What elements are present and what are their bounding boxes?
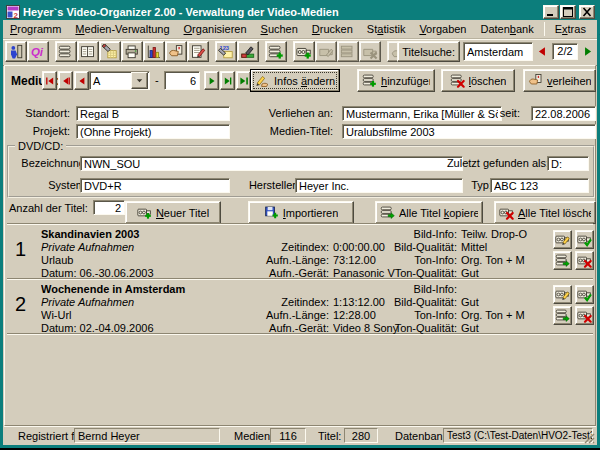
copy-title-button[interactable]	[553, 306, 572, 325]
quick-info-button[interactable]: Qi	[27, 41, 49, 62]
standort-input[interactable]	[76, 106, 230, 121]
delete-medium-label: löschen	[469, 75, 507, 87]
lend-button[interactable]	[165, 41, 187, 62]
media-list-button[interactable]	[55, 41, 77, 62]
highlight-button[interactable]	[237, 41, 259, 62]
client-area: Medium: A - Infos ändernhinzufügenlösche…	[4, 65, 596, 426]
entry-field-value: Teilw. Drop-O	[461, 228, 541, 241]
edit-info-button[interactable]: Infos ändern	[250, 69, 340, 92]
edit-defaults-icon	[190, 44, 206, 60]
copy-title-button[interactable]	[553, 251, 572, 270]
menu-medien-verwaltung[interactable]: Medien-Verwaltung	[68, 21, 176, 38]
zuletzt-gefunden-input[interactable]	[547, 156, 589, 171]
delete-title-disabled-icon	[362, 44, 378, 60]
entry-field-value: Gut	[461, 267, 541, 280]
copy-all-titles-button[interactable]: Alle Titel kopieren	[375, 201, 483, 224]
menu-vorgaben[interactable]: Vorgaben	[412, 21, 473, 38]
entry-field-label: Ton-Qualität:	[379, 322, 457, 335]
add-medium-button[interactable]	[265, 41, 287, 62]
resize-grip[interactable]	[582, 431, 595, 444]
maximize-button[interactable]	[560, 5, 576, 19]
system-input[interactable]	[80, 178, 230, 193]
entry-field-label: Aufn.-Gerät:	[187, 322, 329, 335]
prev-result-button[interactable]	[536, 43, 549, 60]
standort-label: Standort:	[25, 106, 70, 121]
entry-index: 2	[15, 294, 26, 314]
title-search-input[interactable]	[463, 42, 533, 61]
approve-title-icon	[577, 287, 592, 302]
entry-field-value: Org. Ton + M	[461, 254, 541, 267]
medium-letter-value: A	[90, 75, 131, 87]
prev-block-button[interactable]	[58, 71, 73, 90]
exit-program-button[interactable]	[5, 41, 27, 62]
menu-suchen[interactable]: Suchen	[254, 21, 305, 38]
highlighter-icon	[240, 44, 256, 60]
medium-letter-select[interactable]: A	[89, 71, 150, 90]
menu-extras[interactable]: Extras	[548, 21, 593, 38]
next-result-icon	[581, 45, 594, 58]
nav-prev-icon	[76, 75, 88, 87]
next-result-button[interactable]	[581, 43, 594, 60]
new-title-button[interactable]: Neuer Titel	[125, 201, 221, 224]
lend-medium-button[interactable]: verleihen	[523, 69, 596, 92]
edit-title-button[interactable]	[553, 285, 572, 304]
menu-datenbank[interactable]: Datenbank	[473, 21, 540, 38]
projekt-input[interactable]	[76, 124, 230, 139]
next-medium-button[interactable]	[204, 71, 219, 90]
print-button[interactable]	[121, 41, 143, 62]
menu-divider	[544, 22, 545, 36]
edit-title-button[interactable]	[553, 230, 572, 249]
medium-number-input[interactable]	[164, 71, 200, 90]
first-medium-button[interactable]	[42, 71, 57, 90]
dropdown-arrow-icon[interactable]	[131, 72, 148, 89]
anzahl-titel-input[interactable]	[93, 200, 125, 215]
bezeichnung-input[interactable]	[80, 156, 463, 171]
svg-text:2: 2	[14, 10, 19, 19]
delete-title-button[interactable]	[575, 306, 594, 325]
edit-defaults-button[interactable]	[187, 41, 209, 62]
prev-medium-button[interactable]	[74, 71, 89, 90]
import-button[interactable]: Importieren	[248, 201, 354, 224]
menu-statistik[interactable]: Statistik	[360, 21, 413, 38]
next-block-button[interactable]	[220, 71, 235, 90]
approve-title-button[interactable]	[575, 230, 594, 249]
title-entry-1: 1 Skandinavien 2003 Private Aufnahmen Ur…	[7, 225, 593, 278]
entry-field-label: Bild-Qualität:	[379, 296, 457, 309]
search-number-button[interactable]: 123	[215, 41, 237, 62]
delete-all-titles-button[interactable]: Alle Titel löschen	[494, 201, 596, 224]
hersteller-input[interactable]	[295, 178, 463, 193]
statusbar: Registriert für Bernd Heyer Medien: 116 …	[4, 426, 596, 445]
menu-programm[interactable]: Programm	[3, 21, 68, 38]
card-index-button[interactable]	[77, 41, 99, 62]
edit-title-icon	[555, 287, 570, 302]
titelsuche-label: Titelsuche:	[402, 46, 455, 58]
add-medium-button[interactable]: hinzufügen	[357, 69, 435, 92]
add-title-button[interactable]	[293, 41, 315, 62]
title-entry-2: 2 Wochenende in Amsterdam Private Aufnah…	[7, 280, 593, 333]
search-button[interactable]	[99, 41, 121, 62]
hersteller-label: Hersteller:	[249, 178, 299, 193]
approve-title-button[interactable]	[575, 285, 594, 304]
verliehen-an-input[interactable]	[342, 106, 502, 121]
medien-titel-input[interactable]	[342, 124, 596, 139]
app-icon: 2	[6, 5, 20, 19]
close-button[interactable]	[579, 5, 595, 19]
minimize-button[interactable]	[543, 5, 559, 19]
delete-medium-button[interactable]: löschen	[441, 69, 515, 92]
copy-title-icon	[555, 253, 570, 268]
last-medium-button[interactable]	[236, 71, 251, 90]
entry-field-label: Zeitindex:	[187, 296, 329, 309]
menu-organisieren[interactable]: Organisieren	[177, 21, 254, 38]
entry-quality-info: Bild-Info:Teilw. Drop-OBild-Qualität:Mit…	[379, 228, 541, 280]
delete-medium-icon	[450, 73, 465, 88]
statistics-icon	[146, 44, 162, 60]
typ-input[interactable]	[490, 178, 589, 193]
statistics-button[interactable]	[143, 41, 165, 62]
titlebar[interactable]: 2 Heyer`s Video-Organizer 2.00 - Verwalt…	[3, 3, 597, 20]
titelsuche-button[interactable]: Titelsuche:	[397, 41, 460, 62]
seit-input[interactable]	[531, 106, 596, 121]
maximize-icon	[562, 7, 574, 17]
menu-drucken[interactable]: Drucken	[305, 21, 360, 38]
menu-hilfe[interactable]: Hilfe	[593, 21, 600, 38]
delete-title-button[interactable]	[575, 251, 594, 270]
